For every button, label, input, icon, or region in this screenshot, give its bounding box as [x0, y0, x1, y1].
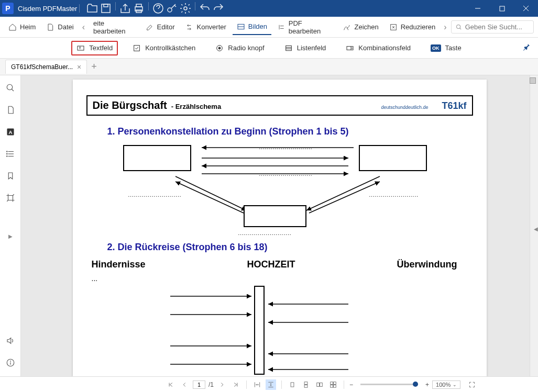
- continuous-icon[interactable]: [301, 379, 311, 390]
- svg-rect-16: [78, 46, 84, 50]
- document-tab[interactable]: GT61kfSchemaBuer... ×: [5, 60, 87, 74]
- svg-point-19: [218, 47, 221, 49]
- search-tool-icon[interactable]: [3, 81, 18, 95]
- single-page-icon[interactable]: [287, 379, 298, 390]
- crop-icon[interactable]: [3, 191, 18, 205]
- two-page-icon[interactable]: [314, 379, 325, 390]
- zoom-slider[interactable]: [360, 384, 418, 385]
- close-button[interactable]: [514, 0, 538, 17]
- menu-pdf-bearbeiten[interactable]: PDF bearbeiten: [273, 16, 336, 38]
- svg-point-6: [168, 8, 172, 12]
- sidebar-collapse-icon[interactable]: ▶: [8, 233, 13, 239]
- last-page-icon[interactable]: [230, 379, 241, 390]
- page-current-input[interactable]: [193, 380, 205, 389]
- fullscreen-icon[interactable]: [467, 379, 477, 390]
- text-tool-icon[interactable]: A: [3, 125, 18, 139]
- tool-textfeld[interactable]: Textfeld: [71, 41, 118, 55]
- tool-taste[interactable]: OK Taste: [425, 41, 467, 55]
- col-hindernisse: Hindernisse: [92, 259, 146, 270]
- two-page-cont-icon[interactable]: [328, 379, 338, 390]
- menu-reduzieren[interactable]: Reduzieren: [385, 20, 440, 35]
- col-hochzeit: HOCHZEIT: [247, 259, 295, 270]
- search-input[interactable]: [465, 23, 529, 31]
- doc-title: Die Bürgschaft: [93, 99, 167, 111]
- svg-rect-54: [291, 382, 294, 386]
- svg-rect-60: [334, 382, 336, 384]
- menu-editor[interactable]: Editor: [141, 20, 179, 35]
- next-page-icon[interactable]: [217, 379, 227, 390]
- sound-icon[interactable]: [3, 333, 18, 348]
- svg-point-7: [184, 7, 187, 10]
- main-area: A ▶ ◀ Die Bürgschaft - Erzählschema deut…: [0, 75, 538, 376]
- fit-width-icon[interactable]: [252, 379, 262, 390]
- prev-page-icon[interactable]: [179, 379, 190, 390]
- menu-bilden[interactable]: Bilden: [233, 19, 271, 35]
- doc-header: Die Bürgschaft - Erzählschema deutschund…: [86, 95, 473, 116]
- titlebar: P Cisdem PDFMaster: [0, 0, 538, 17]
- menubar: Heim Datei ‹ eite bearbeiten Editor Konv…: [0, 17, 538, 38]
- zoom-in-icon[interactable]: +: [425, 381, 429, 388]
- tab-close-icon[interactable]: ×: [77, 63, 81, 71]
- col-ueberwindung: Überwindung: [397, 259, 457, 270]
- settings-icon[interactable]: [179, 2, 192, 15]
- svg-line-44: [306, 176, 380, 210]
- page-thumbs-icon[interactable]: [3, 103, 18, 117]
- fit-page-icon[interactable]: [266, 379, 276, 390]
- svg-line-42: [175, 176, 246, 210]
- undo-icon[interactable]: [199, 2, 211, 15]
- help-icon[interactable]: [152, 2, 164, 15]
- tool-listenfeld[interactable]: Listenfeld: [279, 41, 332, 55]
- tool-kontrollkaestchen[interactable]: Kontrollkästchen: [127, 41, 201, 55]
- svg-rect-3: [136, 4, 141, 7]
- menu-konverter[interactable]: Konverter: [181, 20, 230, 35]
- bookmark-icon[interactable]: [3, 169, 18, 183]
- svg-point-14: [456, 25, 460, 28]
- svg-rect-1: [104, 4, 108, 7]
- svg-point-33: [6, 153, 7, 154]
- chevron-right-icon[interactable]: ›: [442, 23, 448, 32]
- doc-subtitle: - Erzählschema: [171, 103, 221, 110]
- svg-point-25: [7, 84, 13, 90]
- zoom-out-icon[interactable]: −: [349, 381, 353, 388]
- page-total: /1: [208, 381, 214, 388]
- svg-point-34: [6, 156, 7, 157]
- menu-datei[interactable]: Datei: [42, 20, 78, 35]
- maximize-button[interactable]: [490, 0, 514, 17]
- menu-zeichen[interactable]: Zeichen: [338, 20, 382, 35]
- tool-radio[interactable]: Radio knopf: [210, 41, 269, 55]
- search-box[interactable]: [451, 20, 534, 33]
- svg-rect-20: [286, 46, 291, 50]
- print-icon[interactable]: [133, 2, 145, 15]
- share-icon[interactable]: [119, 2, 131, 15]
- minimize-button[interactable]: [466, 0, 490, 17]
- outline-icon[interactable]: [3, 147, 18, 161]
- pin-icon[interactable]: [522, 43, 531, 53]
- key-icon[interactable]: [166, 2, 178, 15]
- svg-point-32: [6, 151, 7, 152]
- svg-line-26: [12, 89, 14, 91]
- chevron-left-icon[interactable]: ‹: [80, 23, 87, 32]
- section1-heading: 1. Personenkonstellation zu Beginn (Stro…: [107, 126, 473, 137]
- info-icon[interactable]: [3, 355, 18, 370]
- redo-icon[interactable]: [212, 2, 225, 15]
- svg-rect-61: [331, 385, 333, 387]
- status-bar: /1 − + 100%⌄: [0, 376, 538, 392]
- ok-badge: OK: [431, 44, 441, 52]
- doc-url: deutschunddeutlich.de: [381, 105, 428, 110]
- save-icon[interactable]: [100, 2, 112, 15]
- pdf-page: Die Bürgschaft - Erzählschema deutschund…: [73, 80, 487, 376]
- add-tab-button[interactable]: +: [91, 61, 97, 72]
- tab-label: GT61kfSchemaBuer...: [11, 63, 73, 71]
- zoom-value[interactable]: 100%⌄: [432, 380, 460, 389]
- menu-heim[interactable]: Heim: [4, 20, 40, 35]
- svg-line-15: [459, 28, 461, 29]
- app-title: Cisdem PDFMaster: [18, 5, 77, 13]
- document-canvas[interactable]: ◀ Die Bürgschaft - Erzählschema deutschu…: [21, 75, 538, 376]
- open-icon[interactable]: [86, 2, 98, 15]
- form-toolbar: Textfeld Kontrollkästchen Radio knopf Li…: [0, 38, 538, 59]
- right-collapse-icon[interactable]: ◀: [534, 226, 538, 232]
- svg-rect-59: [331, 382, 333, 384]
- tool-kombinationsfeld[interactable]: Kombinationsfeld: [341, 41, 416, 55]
- first-page-icon[interactable]: [166, 379, 176, 390]
- menu-seite-bearbeiten[interactable]: eite bearbeiten: [89, 16, 139, 38]
